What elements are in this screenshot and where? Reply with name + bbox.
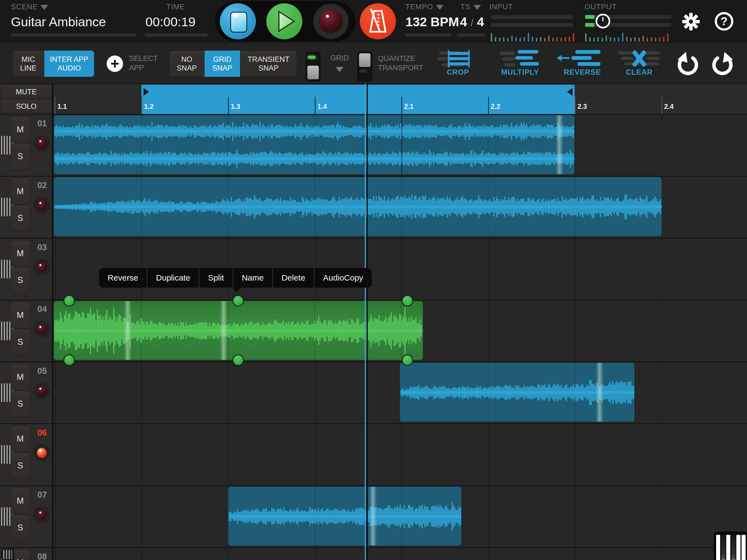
play-button[interactable]	[266, 3, 302, 40]
grid-snap-button[interactable]: GRID SNAP	[205, 51, 240, 77]
time-value[interactable]: 00:00:19	[146, 14, 196, 29]
track-number: 02	[34, 180, 50, 190]
meter-tick	[597, 37, 599, 42]
track-header[interactable]: MS02	[0, 177, 52, 238]
record-arm-orb	[37, 448, 47, 458]
ruler-tick	[55, 97, 55, 114]
loop-end-marker[interactable]	[567, 88, 572, 96]
record-arm-dot-armed[interactable]	[33, 444, 50, 461]
audio-clip-track5[interactable]	[400, 362, 635, 422]
output-volume-knob[interactable]	[595, 14, 610, 28]
track-drag-handle[interactable]	[1, 549, 14, 560]
reverse-button[interactable]: REVERSE	[557, 50, 609, 80]
ruler-mark-label: 2.3	[577, 103, 587, 110]
solo-all-button[interactable]: SOLO	[1, 100, 52, 113]
record-arm-dot[interactable]	[33, 321, 50, 338]
redo-button[interactable]	[710, 51, 735, 76]
help-button[interactable]: ?	[715, 12, 733, 31]
drag-grip-icon	[3, 550, 12, 559]
mute-button[interactable]: M	[10, 240, 30, 266]
mute-button[interactable]: M	[10, 488, 30, 514]
timeline-ruler[interactable]: MUTE SOLO 1.11.21.31.42.12.22.32.4	[0, 83, 747, 114]
loop-start-marker[interactable]	[144, 88, 149, 96]
mic-line-l1: MIC	[12, 55, 44, 64]
no-snap-button[interactable]: NO SNAP	[169, 51, 205, 77]
menu-item-split[interactable]: Split	[199, 268, 233, 288]
track-header[interactable]: MS07	[0, 486, 52, 547]
track-separator	[0, 114, 747, 115]
selection-handle[interactable]	[232, 295, 244, 307]
menu-item-reverse[interactable]: Reverse	[99, 268, 147, 288]
solo-button[interactable]: S	[10, 453, 30, 479]
undo-button[interactable]	[676, 51, 700, 76]
mute-all-button[interactable]: MUTE	[1, 85, 52, 98]
mute-button[interactable]: M	[10, 117, 30, 143]
ts-value[interactable]: 4 / 4	[460, 14, 484, 29]
solo-button[interactable]: S	[10, 515, 30, 541]
add-app-button[interactable]: +	[107, 55, 123, 72]
ts-label[interactable]: TS	[460, 3, 481, 11]
mute-button[interactable]: M	[10, 302, 30, 328]
selection-handle[interactable]	[232, 354, 244, 366]
stop-button[interactable]	[220, 3, 256, 40]
audio-clip-track1[interactable]	[54, 115, 575, 175]
no-snap-l1: NO	[169, 55, 204, 64]
tempo-label[interactable]: TEMPO	[406, 3, 443, 11]
solo-button[interactable]: S	[10, 391, 30, 417]
selection-handle[interactable]	[402, 354, 413, 366]
track-separator	[0, 423, 747, 424]
tempo-underline	[406, 33, 452, 36]
inter-app-audio-button[interactable]: INTER APP AUDIO	[44, 51, 94, 77]
menu-item-audiocopy[interactable]: AudioCopy	[314, 268, 372, 288]
quantize-toggle[interactable]	[357, 52, 372, 81]
solo-button[interactable]: S	[10, 329, 30, 355]
transient-snap-button[interactable]: TRANSIENT SNAP	[240, 51, 297, 77]
track-header[interactable]: MS04	[0, 301, 52, 361]
selection-handle[interactable]	[63, 354, 75, 366]
track-area[interactable]: MS01MS02MS03MS04MS05MS06MS07MS08	[0, 114, 747, 560]
redo-icon	[710, 51, 735, 76]
meter-tick	[544, 38, 545, 42]
quantize-transport-label: QUANTIZE TRANSPORT	[378, 54, 423, 73]
record-arm-dot[interactable]	[33, 197, 50, 214]
loop-region[interactable]	[141, 85, 575, 115]
mute-button[interactable]: M	[10, 426, 30, 452]
scene-label[interactable]: SCENE	[11, 3, 48, 11]
track-header[interactable]: MS06	[0, 424, 52, 485]
crop-button[interactable]: CROP	[434, 50, 482, 80]
track-header[interactable]: MS01	[0, 115, 52, 176]
solo-button[interactable]: S	[10, 143, 30, 170]
mute-button[interactable]: M	[10, 178, 30, 205]
mic-line-button[interactable]: MIC LINE	[12, 51, 44, 77]
menu-item-duplicate[interactable]: Duplicate	[147, 268, 199, 288]
piano-key-w	[716, 535, 720, 560]
quantize-l1: QUANTIZE	[378, 54, 423, 63]
mute-button[interactable]: M	[10, 364, 30, 390]
scene-name[interactable]: Guitar Ambiance	[11, 14, 106, 29]
metronome-button[interactable]	[360, 3, 396, 40]
audio-clip-track7[interactable]	[228, 486, 462, 546]
selection-handle[interactable]	[63, 295, 75, 307]
audio-clip-track2[interactable]	[54, 177, 662, 236]
record-button[interactable]	[313, 3, 349, 40]
record-arm-dot[interactable]	[33, 383, 50, 400]
multiply-button[interactable]: MULTIPLY	[495, 50, 545, 80]
solo-button[interactable]: S	[10, 205, 30, 231]
tempo-value[interactable]: 132 BPM	[406, 14, 459, 29]
record-arm-dot[interactable]	[33, 506, 50, 524]
playhead[interactable]	[365, 84, 366, 560]
menu-item-delete[interactable]: Delete	[272, 268, 314, 288]
grid-dropdown[interactable]: GRID	[327, 53, 352, 74]
solo-button[interactable]: S	[10, 267, 30, 294]
keyboard-button[interactable]	[714, 532, 747, 560]
track-header[interactable]: MS03	[0, 239, 52, 300]
chevron-down-icon	[41, 5, 48, 10]
settings-button[interactable]	[682, 12, 700, 31]
record-arm-dot[interactable]	[33, 259, 50, 276]
clear-button[interactable]: CLEAR	[617, 50, 661, 80]
track-header[interactable]: MS05	[0, 362, 52, 423]
selection-handle[interactable]	[402, 295, 413, 307]
menu-item-name[interactable]: Name	[233, 268, 272, 288]
grid-toggle[interactable]	[306, 52, 320, 81]
record-arm-dot[interactable]	[33, 135, 50, 152]
